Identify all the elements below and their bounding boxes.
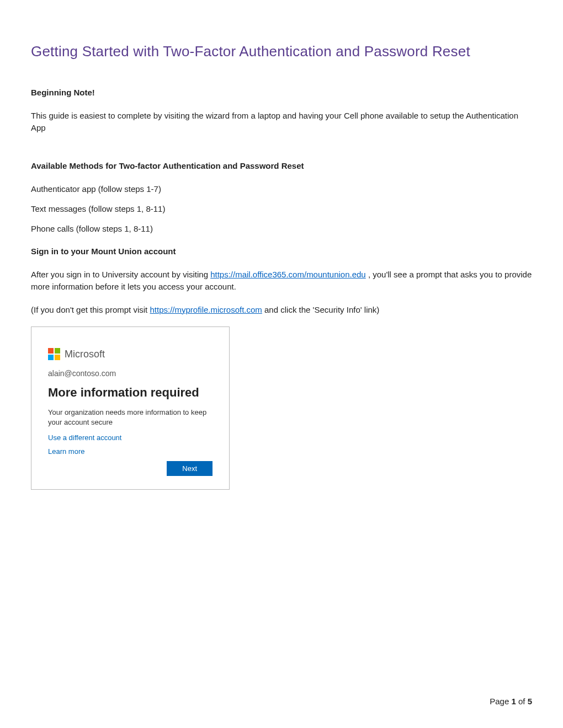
method-authenticator: Authenticator app (follow steps 1-7) <box>31 183 532 195</box>
footer-prefix: Page <box>490 697 511 706</box>
svg-rect-2 <box>48 355 54 360</box>
page-title: Getting Started with Two-Factor Authenti… <box>31 43 532 60</box>
ms-brand-text: Microsoft <box>65 349 105 360</box>
svg-rect-0 <box>48 348 54 354</box>
svg-rect-1 <box>55 348 60 354</box>
ms-dialog: Microsoft alain@contoso.com More informa… <box>31 326 230 489</box>
signin-paragraph: After you sign in to University account … <box>31 269 532 293</box>
method-phone: Phone calls (follow steps 1, 8-11) <box>31 223 532 235</box>
dialog-email: alain@contoso.com <box>48 369 213 378</box>
dialog-heading: More information required <box>48 386 213 400</box>
methods-heading: Available Methods for Two-factor Authent… <box>31 160 532 172</box>
next-button[interactable]: Next <box>167 461 213 476</box>
footer-total-pages: 5 <box>528 697 532 706</box>
svg-rect-3 <box>55 355 60 360</box>
use-different-account-link[interactable]: Use a different account <box>48 433 213 442</box>
learn-more-link[interactable]: Learn more <box>48 447 213 456</box>
myprofile-link[interactable]: https://myprofile.microsoft.com <box>150 305 262 314</box>
office365-link[interactable]: https://mail.office365.com/mountunion.ed… <box>210 270 366 279</box>
footer-of: of <box>516 697 528 706</box>
signin-heading: Sign in to your Mount Union account <box>31 245 532 258</box>
signin-text-pre: After you sign in to University account … <box>31 270 210 279</box>
page-footer: Page 1 of 5 <box>490 697 532 706</box>
alt-text-pre: (If you don't get this prompt visit <box>31 305 150 314</box>
ms-logo-row: Microsoft <box>48 348 213 360</box>
alt-prompt-paragraph: (If you don't get this prompt visit http… <box>31 304 532 316</box>
dialog-button-row: Next <box>48 461 213 476</box>
footer-current-page: 1 <box>511 697 516 706</box>
beginning-note-text: This guide is easiest to complete by vis… <box>31 110 532 134</box>
microsoft-logo-icon <box>48 348 60 360</box>
alt-text-post: and click the 'Security Info' link) <box>262 305 379 314</box>
method-text: Text messages (follow steps 1, 8-11) <box>31 203 532 215</box>
dialog-description: Your organization needs more information… <box>48 408 213 427</box>
beginning-note-heading: Beginning Note! <box>31 87 532 99</box>
